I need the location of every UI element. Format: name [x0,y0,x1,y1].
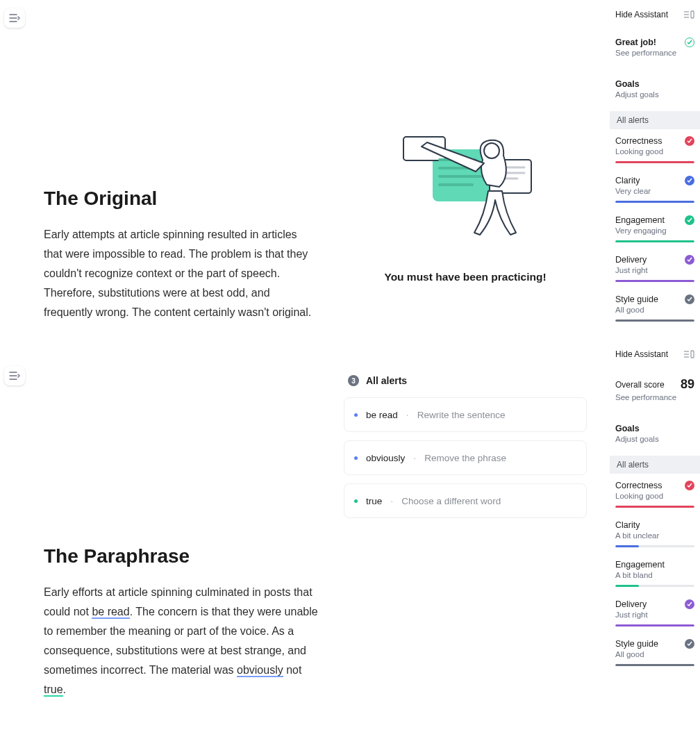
category-bar [615,545,694,547]
category-clarity[interactable]: Clarity Very clear [610,169,700,208]
category-bar [615,280,694,282]
svg-rect-20 [691,11,694,18]
category-clarity[interactable]: Clarity A bit unclear [610,513,700,553]
category-delivery[interactable]: Delivery Just right [610,248,700,288]
category-sub: Very engaging [615,226,694,235]
assistant-sidebar: Hide Assistant Great job! See performanc… [610,0,700,730]
goals-row[interactable]: Goals Adjust goals [610,414,700,456]
alert-card-obviously[interactable]: obviously · Remove the phrase [344,440,587,475]
hide-assistant-button[interactable]: Hide Assistant [615,6,694,21]
alert-separator: · [413,452,416,463]
check-badge-icon [685,176,694,185]
outline-icon [9,371,20,381]
check-badge-icon [685,599,694,609]
headline-text: Great job! [615,38,656,47]
category-engagement[interactable]: Engagement Very engaging [610,208,700,248]
section-title-paraphrase: The Paraphrase [44,545,318,567]
category-bar [615,320,694,322]
goals-sub: Adjust goals [615,435,694,449]
category-style-guide[interactable]: Style guide All good [610,288,700,327]
goals-row[interactable]: Goals Adjust goals [610,69,700,111]
category-sub: A bit bland [615,571,694,579]
alerts-panel: 3 All alerts be read · Rewrite the sente… [344,370,587,526]
category-sub: A bit unclear [615,531,694,540]
outline-toggle-button[interactable] [4,8,25,28]
category-bar [615,201,694,203]
score-label: Overall score [615,380,665,390]
category-correctness[interactable]: Correctness Looking good [610,474,700,513]
section-title-original: The Original [44,188,318,210]
alert-word: true [366,496,382,506]
alert-word: be read [366,410,398,420]
svg-point-13 [484,143,499,158]
alert-separator: · [406,409,409,420]
body-text-original[interactable]: Early attempts at article spinning resul… [44,225,318,322]
category-sub: Looking good [615,147,694,156]
praise-text: You must have been practicing! [344,271,587,283]
category-name: Engagement [615,215,665,225]
alert-dot-icon [354,499,358,503]
hide-assistant-label: Hide Assistant [615,10,668,19]
category-name: Correctness [615,481,662,490]
category-sub: All good [615,650,694,658]
assistant-panel-1: Hide Assistant Great job! See performanc… [610,0,700,327]
alert-hint: Choose a different word [401,496,501,506]
category-bar [615,506,694,508]
section-original: The Original Early attempts at article s… [0,0,610,358]
category-engagement[interactable]: Engagement A bit bland [610,553,700,592]
headline-sub: See performance [615,49,694,63]
alert-card-be-read[interactable]: be read · Rewrite the sentence [344,397,587,432]
category-correctness[interactable]: Correctness Looking good [610,129,700,169]
check-badge-icon [685,639,694,649]
suggestion-obviously[interactable]: obviously [237,664,283,677]
suggestion-true[interactable]: true [44,683,63,697]
all-alerts-tab[interactable]: All alerts [610,456,700,474]
category-sub: Just right [615,266,694,274]
check-badge-icon [685,215,694,225]
alert-dot-icon [354,413,358,417]
check-badge-icon [685,255,694,265]
panel-collapse-icon [683,10,694,19]
category-name: Engagement [615,560,665,570]
editor-paraphrase: The Paraphrase Early efforts at article … [44,358,318,699]
category-bar [615,585,694,587]
all-alerts-tab[interactable]: All alerts [610,111,700,129]
goals-sub: Adjust goals [615,90,694,104]
body-text-paraphrase[interactable]: Early efforts at article spinning culmin… [44,583,318,699]
category-sub: All good [615,306,694,314]
alert-hint: Remove the phrase [424,453,506,463]
category-bar [615,240,694,242]
alert-separator: · [390,495,393,506]
panel-collapse-icon [683,350,694,358]
suggestion-be-read[interactable]: be read [92,606,129,619]
outline-toggle-button[interactable] [4,366,25,385]
practice-illustration-svg [378,122,552,250]
editor-original: The Original Early attempts at article s… [44,0,318,322]
category-name: Clarity [615,176,640,185]
alerts-header[interactable]: 3 All alerts [344,370,587,397]
category-delivery[interactable]: Delivery Just right [610,592,700,632]
alert-card-true[interactable]: true · Choose a different word [344,483,587,518]
category-bar [615,664,694,666]
hide-assistant-label: Hide Assistant [615,349,668,359]
goals-label: Goals [615,424,640,433]
svg-rect-24 [691,351,694,358]
category-sub: Very clear [615,187,694,195]
alert-dot-icon [354,456,358,460]
category-bar [615,161,694,163]
text-span: not [283,664,302,676]
check-badge-icon [685,481,694,490]
performance-row[interactable]: Great job! See performance [610,28,700,69]
category-bar [615,624,694,627]
category-style-guide[interactable]: Style guide All good [610,632,700,672]
goals-label: Goals [615,79,640,89]
category-name: Clarity [615,520,640,530]
hide-assistant-button[interactable]: Hide Assistant [615,345,694,360]
alert-word: obviously [366,453,405,463]
score-sub: See performance [615,393,694,407]
score-row[interactable]: Overall score 89 See performance [610,367,700,414]
section-paraphrase: The Paraphrase Early efforts at article … [0,358,610,729]
text-span: . [63,683,66,695]
category-name: Correctness [615,136,662,146]
alert-hint: Rewrite the sentence [417,410,506,420]
